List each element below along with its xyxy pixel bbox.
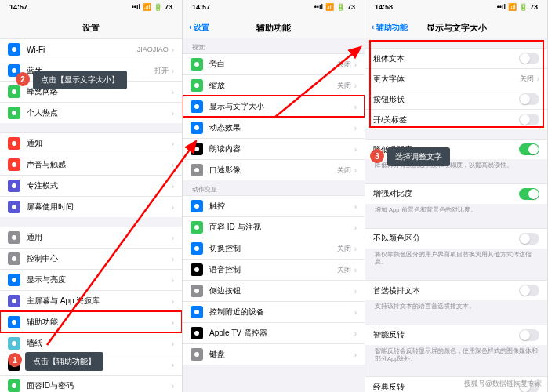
toggle[interactable] <box>519 143 539 155</box>
chevron-icon: › <box>354 103 357 111</box>
svg-point-18 <box>194 104 199 109</box>
settings-row[interactable]: 控制附近的设备› <box>183 301 365 322</box>
row-label: 屏幕使用时间 <box>27 201 172 212</box>
settings-row[interactable]: 侧边按钮› <box>183 280 365 301</box>
status-bar: 14:57 ••ıl📶🔋73 <box>0 0 182 19</box>
row-value: 关闭 <box>337 244 351 254</box>
screen-display-text-size: 14:58 ••ıl📶🔋73 ‹ 辅助功能 显示与文字大小 粗体文本更大字体关闭… <box>365 0 548 392</box>
settings-row[interactable]: 缩放关闭› <box>183 74 365 96</box>
row-icon <box>191 79 203 92</box>
chevron-icon: › <box>172 88 174 96</box>
settings-row[interactable]: 增强对比度 <box>365 183 547 204</box>
row-label: 辅助功能 <box>27 317 172 328</box>
settings-row[interactable]: 墙纸› <box>0 332 182 354</box>
settings-row[interactable]: 专注模式› <box>0 175 182 196</box>
row-label: 面容 ID 与注视 <box>209 222 354 233</box>
row-label: 控制中心 <box>27 253 172 264</box>
row-value: 打开 <box>154 66 169 76</box>
settings-row[interactable]: 切换控制关闭› <box>183 238 365 259</box>
annotation-2: 点击【显示文字大小】 <box>33 71 127 89</box>
svg-point-13 <box>12 341 16 346</box>
screen-settings: 14:57 ••ıl📶🔋73 设置 Wi-FiJIAOJIAO›蓝牙打开›蜂窝网… <box>0 0 183 392</box>
chevron-icon: › <box>354 245 357 253</box>
svg-point-20 <box>194 147 199 151</box>
svg-point-19 <box>194 125 199 130</box>
row-icon <box>8 295 20 307</box>
svg-point-0 <box>12 47 16 52</box>
group-header: 动作交互 <box>183 180 365 195</box>
row-label: 动态效果 <box>209 122 354 133</box>
settings-row[interactable]: 动态效果› <box>183 117 365 138</box>
row-label: 按钮形状 <box>373 94 519 105</box>
row-value: 关闭 <box>520 74 534 84</box>
settings-row[interactable]: Wi-FiJIAOJIAO› <box>0 38 182 60</box>
row-value: 关闭 <box>337 265 351 275</box>
settings-row[interactable]: 粗体文本 <box>365 48 547 68</box>
svg-point-6 <box>12 183 16 188</box>
row-value: 关闭 <box>337 165 351 176</box>
settings-row[interactable]: 显示与亮度› <box>0 269 182 290</box>
row-label: 专注模式 <box>27 180 172 191</box>
settings-row[interactable]: 按钮形状 <box>365 89 547 109</box>
toggle[interactable] <box>519 233 539 245</box>
badge-2: 2 <box>16 72 30 86</box>
row-label: 控制附近的设备 <box>209 307 354 318</box>
settings-row[interactable]: 通用› <box>0 227 182 248</box>
row-icon <box>191 221 203 234</box>
settings-row[interactable]: 首选横排文本 <box>365 280 547 300</box>
back-button[interactable]: ‹ 辅助功能 <box>372 22 408 33</box>
settings-row[interactable]: Apple TV 遥控器› <box>183 322 365 343</box>
row-icon <box>191 306 203 318</box>
toggle[interactable] <box>519 93 539 105</box>
toggle[interactable] <box>519 285 539 296</box>
toggle[interactable] <box>519 53 539 64</box>
row-label: Apple TV 遥控器 <box>209 328 354 339</box>
row-subtitle: 智能反转会反转显示屏的颜色，使用深色样式的图像媒体和部分App除外。 <box>365 345 547 368</box>
back-button[interactable]: ‹ 设置 <box>189 22 209 33</box>
svg-point-23 <box>194 225 199 230</box>
toggle[interactable] <box>519 188 539 200</box>
badge-1: 1 <box>8 353 22 367</box>
svg-point-26 <box>194 289 199 293</box>
chevron-icon: › <box>354 350 357 359</box>
row-label: 切换控制 <box>209 243 337 254</box>
settings-row[interactable]: 声音与触感› <box>0 154 182 175</box>
settings-row[interactable]: 显示与文字大小› <box>183 96 365 117</box>
chevron-icon: › <box>172 361 174 369</box>
settings-row[interactable]: 智能反转 <box>365 325 547 345</box>
settings-row[interactable]: 主屏幕与 App 资源库› <box>0 290 182 311</box>
settings-row[interactable]: 键盘› <box>183 343 365 365</box>
settings-row[interactable]: 通知› <box>0 132 182 154</box>
settings-row[interactable]: 旁白关闭› <box>183 53 365 74</box>
toggle[interactable] <box>519 329 539 341</box>
chevron-icon: › <box>172 318 174 327</box>
nav-title: ‹ 辅助功能 显示与文字大小 <box>365 19 547 38</box>
chevron-icon: › <box>354 166 357 175</box>
settings-row[interactable]: 面容ID与密码› <box>0 375 182 392</box>
settings-row[interactable]: 面容 ID 与注视› <box>183 216 365 238</box>
row-icon <box>8 231 20 244</box>
row-label: 不以颜色区分 <box>373 233 519 244</box>
svg-point-21 <box>194 168 199 172</box>
row-icon <box>8 379 20 392</box>
settings-row[interactable]: 个人热点› <box>0 102 182 123</box>
settings-row[interactable]: 辅助功能› <box>0 311 182 332</box>
row-label: 语音控制 <box>209 264 337 275</box>
row-label: 显示与文字大小 <box>209 101 354 112</box>
settings-row[interactable]: 语音控制关闭› <box>183 259 365 280</box>
svg-point-28 <box>194 331 199 336</box>
nav-title: ‹ 设置 辅助功能 <box>183 19 365 38</box>
settings-row[interactable]: 更大字体关闭› <box>365 68 547 89</box>
settings-row[interactable]: 口述影像关闭› <box>183 159 365 180</box>
toggle[interactable] <box>519 114 539 125</box>
settings-row[interactable]: 屏幕使用时间› <box>0 196 182 217</box>
row-label: 通知 <box>27 138 172 149</box>
settings-row[interactable]: 开/关标签 <box>365 109 547 129</box>
settings-row[interactable]: 朗读内容› <box>183 138 365 159</box>
settings-row[interactable]: 不以颜色区分 <box>365 228 547 249</box>
settings-row[interactable]: 控制中心› <box>0 248 182 269</box>
group-header: 视觉 <box>183 38 365 53</box>
row-icon <box>8 158 20 171</box>
settings-row[interactable]: 触控› <box>183 195 365 216</box>
row-label: 侧边按钮 <box>209 285 354 296</box>
